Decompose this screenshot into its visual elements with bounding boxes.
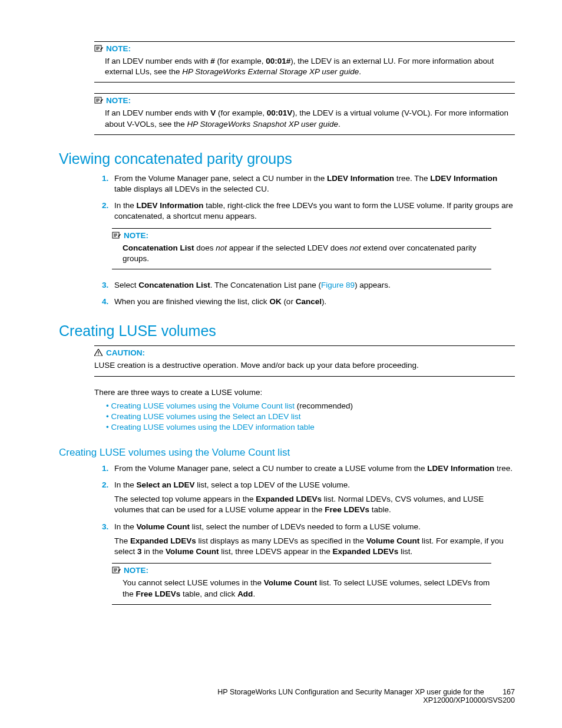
note-icon: [112, 232, 121, 241]
step-b2: In the Select an LDEV list, select a top…: [111, 480, 515, 516]
step-b3: In the Volume Count list, select the num…: [111, 522, 515, 558]
luse-intro-text: There are three ways to create a LUSE vo…: [94, 387, 515, 398]
steps-list-viewing-cont: Select Concatenation List. The Concatena…: [94, 280, 515, 307]
section-heading-creating: Creating LUSE volumes: [59, 322, 515, 340]
step-4: When you are finished viewing the list, …: [111, 297, 515, 307]
link-ldev-info-table[interactable]: Creating LUSE volumes using the LDEV inf…: [111, 423, 314, 431]
note-block-1: NOTE: If an LDEV number ends with # (for…: [94, 41, 515, 83]
link-item-1: Creating LUSE volumes using the Volume C…: [106, 401, 515, 410]
link-volume-count[interactable]: Creating LUSE volumes using the Volume C…: [111, 401, 294, 410]
note-body-4: You cannot select LUSE volumes in the Vo…: [123, 578, 491, 599]
step-b1: From the Volume Manager pane, select a C…: [111, 463, 515, 474]
link-select-ldev[interactable]: Creating LUSE volumes using the Select a…: [111, 412, 300, 421]
note-block-3: NOTE: Concatenation List does not appear…: [112, 228, 491, 269]
note-body-2: If an LDEV number ends with V (for examp…: [105, 108, 515, 129]
caution-icon: [94, 349, 104, 358]
caution-body: LUSE creation is a destructive operation…: [94, 360, 515, 371]
note-icon: [94, 97, 104, 106]
steps-list-viewing: From the Volume Manager pane, select a C…: [94, 173, 515, 222]
note-icon: [94, 45, 104, 54]
step-3: Select Concatenation List. The Concatena…: [111, 280, 515, 291]
link-item-2: Creating LUSE volumes using the Select a…: [106, 412, 515, 421]
document-page: NOTE: If an LDEV number ends with # (for…: [0, 0, 562, 728]
figure-link[interactable]: Figure 89: [321, 281, 355, 289]
footer-title-1: HP StorageWorks LUN Configuration and Se…: [217, 688, 484, 696]
note-label: NOTE:: [106, 44, 131, 53]
step-1: From the Volume Manager pane, select a C…: [111, 173, 515, 195]
caution-label: CAUTION:: [106, 348, 145, 357]
svg-point-13: [98, 355, 98, 355]
luse-links-list: Creating LUSE volumes using the Volume C…: [106, 401, 515, 431]
page-number: 167: [503, 688, 515, 696]
note-label: NOTE:: [106, 96, 131, 105]
note-block-2: NOTE: If an LDEV number ends with V (for…: [94, 93, 515, 134]
caution-block: CAUTION: LUSE creation is a destructive …: [94, 345, 515, 376]
step-b3-detail: The Expanded LDEVs list displays as many…: [114, 536, 515, 557]
page-footer: HP StorageWorks LUN Configuration and Se…: [59, 688, 515, 704]
note-icon: [112, 566, 121, 575]
steps-list-creating: From the Volume Manager pane, select a C…: [94, 463, 515, 558]
step-2: In the LDEV Information table, right-cli…: [111, 200, 515, 222]
subsection-heading-volume-count: Creating LUSE volumes using the Volume C…: [59, 447, 515, 459]
note-label: NOTE:: [124, 566, 148, 575]
section-heading-viewing: Viewing concatenated parity groups: [59, 150, 515, 167]
note-label: NOTE:: [124, 231, 148, 240]
note-block-4: NOTE: You cannot select LUSE volumes in …: [112, 563, 491, 604]
footer-title-2: XP12000/XP10000/SVS200: [423, 696, 515, 704]
step-b2-detail: The selected top volume appears in the E…: [114, 494, 515, 515]
link-item-3: Creating LUSE volumes using the LDEV inf…: [106, 423, 515, 431]
note-body-1: If an LDEV number ends with # (for examp…: [105, 56, 515, 77]
note-body-3: Concatenation List does not appear if th…: [123, 243, 491, 264]
